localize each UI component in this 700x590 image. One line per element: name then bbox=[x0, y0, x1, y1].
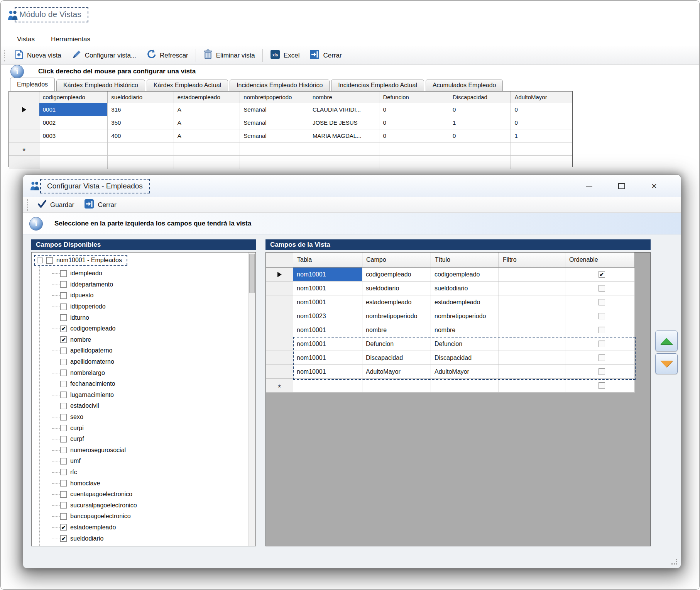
cell-tabla[interactable]: nom10001 bbox=[293, 351, 362, 365]
grid-cell[interactable] bbox=[511, 142, 572, 156]
tree-item-curpi[interactable]: curpi bbox=[32, 422, 248, 434]
tab-kardex-empleado-actual[interactable]: Kárdex Empleado Actual bbox=[147, 80, 228, 91]
cell-titulo[interactable]: sueldodiario bbox=[431, 281, 499, 295]
checkbox-bancopagoelectronico[interactable] bbox=[60, 513, 67, 520]
cell-campo[interactable]: nombre bbox=[362, 323, 431, 337]
grid-cell[interactable]: 0 bbox=[511, 116, 572, 129]
tree-item-homoclave[interactable]: homoclave bbox=[32, 478, 248, 489]
tree-item-sueldodiario[interactable]: sueldodiario bbox=[32, 533, 248, 544]
column-header[interactable]: Filtro bbox=[499, 253, 565, 268]
cell-titulo[interactable]: AdultoMayor bbox=[431, 365, 499, 379]
row-indicator[interactable] bbox=[9, 103, 39, 116]
tree-item-lugarnacimiento[interactable]: lugarnacimiento bbox=[32, 390, 248, 401]
cell-filtro[interactable] bbox=[499, 268, 565, 281]
scrollbar-thumb[interactable] bbox=[249, 254, 255, 293]
tab-kardex-empleado-historico[interactable]: Kárdex Empleado Histórico bbox=[56, 80, 145, 91]
tab-empleados[interactable]: Empleados bbox=[10, 78, 55, 91]
grid-cell[interactable]: A bbox=[174, 129, 240, 142]
grid-cell[interactable]: 0 bbox=[511, 103, 572, 116]
cell-tabla[interactable]: nom10001 bbox=[293, 365, 362, 379]
grid-cell[interactable]: 0 bbox=[449, 103, 511, 116]
cell-campo[interactable]: estadoempleado bbox=[362, 295, 431, 309]
grid-cell[interactable] bbox=[309, 142, 380, 156]
checkbox-lugarnacimiento[interactable] bbox=[60, 392, 67, 398]
resize-grip[interactable] bbox=[672, 559, 677, 565]
cell-filtro[interactable] bbox=[499, 337, 565, 351]
checkbox-idtipoperiodo[interactable] bbox=[60, 303, 67, 310]
grid-cell[interactable] bbox=[39, 142, 108, 156]
grid-cell[interactable]: JOSE DE JESUS bbox=[309, 116, 380, 129]
cell-filtro[interactable] bbox=[499, 323, 565, 337]
ordenable-checkbox[interactable] bbox=[599, 354, 605, 361]
tree-item-fechanacimiento[interactable]: fechanacimiento bbox=[32, 378, 248, 390]
grid-cell[interactable] bbox=[379, 142, 449, 156]
grid-cell[interactable]: Semanal bbox=[240, 116, 309, 129]
checkbox-iddepartamento[interactable] bbox=[60, 281, 67, 288]
ordenable-checkbox[interactable] bbox=[599, 299, 605, 305]
dialog-close-button[interactable]: Cerrar bbox=[79, 197, 121, 213]
tab-incidencias-empleado-actual[interactable]: Incidencias Empleado Actual bbox=[331, 80, 424, 91]
tree-item-apellidomaterno[interactable]: apellidomaterno bbox=[32, 356, 248, 368]
checkbox-idempleado[interactable] bbox=[60, 270, 67, 277]
cell-campo[interactable]: codigoempleado bbox=[362, 268, 431, 281]
column-header[interactable]: codigoempleado bbox=[39, 92, 108, 103]
cell-filtro[interactable] bbox=[499, 295, 565, 309]
tab-acumulados-empleado[interactable]: Acumulados Empleado bbox=[426, 80, 503, 91]
cell-titulo[interactable]: Discapacidad bbox=[431, 351, 499, 365]
checkbox-rfc[interactable] bbox=[60, 469, 67, 475]
grid-cell[interactable]: 0 bbox=[379, 103, 449, 116]
tree-item-estadoempleado[interactable]: estadoempleado bbox=[32, 522, 248, 533]
checkbox-homoclave[interactable] bbox=[60, 480, 67, 487]
tree-item-bancopagoelectronico[interactable]: bancopagoelectronico bbox=[32, 511, 248, 522]
cell-campo[interactable]: sueldodiario bbox=[362, 281, 431, 295]
tree-scrollbar[interactable] bbox=[248, 253, 255, 546]
tree-item-iddepartamento[interactable]: iddepartamento bbox=[32, 279, 248, 290]
tree-item-estadocivil[interactable]: estadocivil bbox=[32, 400, 248, 412]
ordenable-checkbox[interactable] bbox=[599, 285, 605, 292]
row-indicator[interactable] bbox=[9, 129, 39, 142]
cell-filtro[interactable] bbox=[499, 365, 565, 379]
grid-cell[interactable]: 0 bbox=[379, 129, 449, 142]
row-indicator[interactable] bbox=[266, 365, 293, 379]
checkbox-sexo[interactable] bbox=[60, 414, 67, 420]
column-header[interactable]: Defuncion bbox=[379, 92, 449, 103]
checkbox-apellidomaterno[interactable] bbox=[60, 359, 67, 365]
grid-cell[interactable]: Semanal bbox=[240, 129, 309, 142]
tree-root-checkbox[interactable] bbox=[46, 257, 53, 264]
grid-cell[interactable]: A bbox=[174, 103, 240, 116]
menu-vistas[interactable]: Vistas bbox=[15, 34, 36, 45]
configure-view-button[interactable]: Configurar vista... bbox=[66, 47, 141, 63]
checkbox-apellidopaterno[interactable] bbox=[60, 348, 67, 354]
tree-item-cuentapagoelectronico[interactable]: cuentapagoelectronico bbox=[32, 489, 248, 500]
checkbox-sueldodiario[interactable] bbox=[60, 535, 67, 542]
move-down-button[interactable] bbox=[655, 353, 678, 374]
ordenable-checkbox[interactable] bbox=[599, 368, 605, 375]
new-view-button[interactable]: Nueva vista bbox=[9, 47, 66, 63]
cell-filtro[interactable] bbox=[499, 309, 565, 323]
ordenable-checkbox[interactable] bbox=[599, 341, 605, 347]
cell-tabla[interactable]: nom10023 bbox=[293, 309, 362, 323]
column-header[interactable]: Título bbox=[431, 253, 499, 268]
grid-cell[interactable]: 316 bbox=[108, 103, 174, 116]
column-header[interactable]: nombre bbox=[309, 92, 380, 103]
tree-item-sexo[interactable]: sexo bbox=[32, 412, 248, 423]
cell-campo[interactable]: nombretipoperiodo bbox=[362, 309, 431, 323]
collapse-icon[interactable] bbox=[37, 258, 43, 263]
grid-cell[interactable] bbox=[174, 142, 240, 156]
tree-item-codigoempleado[interactable]: codigoempleado bbox=[32, 323, 248, 334]
grid-cell[interactable]: 0001 bbox=[39, 103, 108, 116]
cell-tabla[interactable]: nom10001 bbox=[293, 295, 362, 309]
grid-cell[interactable]: 0003 bbox=[39, 129, 108, 142]
grid-cell[interactable]: CLAUDIA VIRIDI... bbox=[309, 103, 380, 116]
checkbox-estadocivil[interactable] bbox=[60, 403, 67, 409]
column-header[interactable]: estadoempleado bbox=[174, 92, 240, 103]
ordenable-checkbox[interactable] bbox=[599, 382, 605, 389]
tree-item-idturno[interactable]: idturno bbox=[32, 312, 248, 323]
save-button[interactable]: Guardar bbox=[32, 198, 79, 212]
tree-item-apellidopaterno[interactable]: apellidopaterno bbox=[32, 345, 248, 356]
cell-campo[interactable]: Discapacidad bbox=[362, 351, 431, 365]
column-header[interactable]: AdultoMayor bbox=[511, 92, 572, 103]
grid-cell[interactable]: 350 bbox=[108, 116, 174, 129]
row-indicator[interactable] bbox=[266, 337, 293, 351]
column-header[interactable]: Ordenable bbox=[565, 253, 635, 268]
